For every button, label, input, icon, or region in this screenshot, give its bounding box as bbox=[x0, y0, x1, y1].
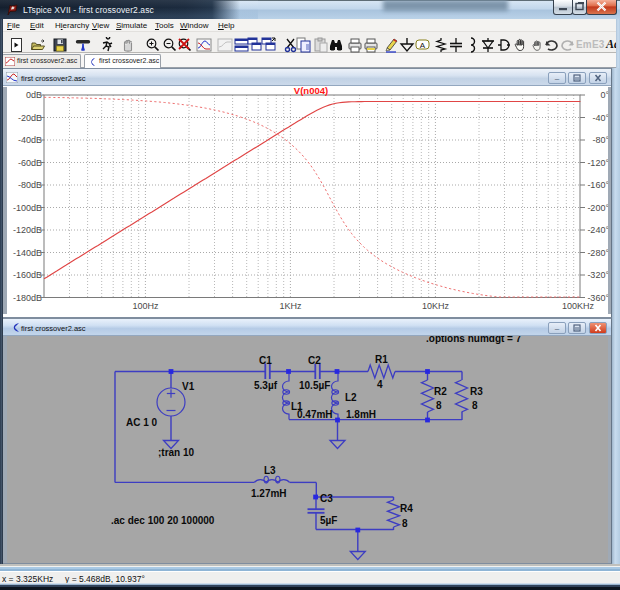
svg-text:8: 8 bbox=[472, 400, 478, 411]
svg-text:V1: V1 bbox=[182, 381, 195, 392]
svg-text:-280°: -280° bbox=[587, 248, 609, 258]
svg-text:-60dB: -60dB bbox=[18, 158, 42, 168]
svg-text:-40dB: -40dB bbox=[18, 135, 42, 145]
svg-text:C3: C3 bbox=[320, 493, 333, 504]
svg-text:-80°: -80° bbox=[592, 135, 609, 145]
svg-text:4: 4 bbox=[377, 379, 383, 390]
svg-text:A: A bbox=[420, 41, 426, 50]
svg-text:R1: R1 bbox=[375, 354, 388, 365]
svg-text:8: 8 bbox=[402, 518, 408, 529]
svg-text:-160dB: -160dB bbox=[13, 270, 42, 280]
svg-text:5µF: 5µF bbox=[320, 515, 337, 526]
svg-text:-240°: -240° bbox=[587, 225, 609, 235]
svg-text:1.8mH: 1.8mH bbox=[346, 409, 376, 420]
svg-text:-200°: -200° bbox=[587, 203, 609, 213]
svg-text:100KHz: 100KHz bbox=[562, 301, 595, 311]
svg-text:L3: L3 bbox=[264, 465, 276, 476]
svg-text:.options numdgt = 7: .options numdgt = 7 bbox=[426, 336, 522, 344]
svg-text:-120°: -120° bbox=[587, 158, 609, 168]
svg-text:10KHz: 10KHz bbox=[422, 301, 450, 311]
svg-text:-100dB: -100dB bbox=[13, 203, 42, 213]
svg-text:-140dB: -140dB bbox=[13, 248, 42, 258]
svg-text:;tran 10: ;tran 10 bbox=[158, 447, 195, 458]
svg-text:R2: R2 bbox=[434, 386, 447, 397]
svg-text:1.27mH: 1.27mH bbox=[251, 488, 287, 499]
svg-text:R4: R4 bbox=[400, 503, 413, 514]
svg-text:-20dB: -20dB bbox=[18, 113, 42, 123]
svg-text:C2: C2 bbox=[308, 355, 321, 366]
svg-text:8: 8 bbox=[436, 400, 442, 411]
svg-text:L2: L2 bbox=[345, 392, 357, 403]
svg-text:1KHz: 1KHz bbox=[279, 301, 302, 311]
svg-text:-80dB: -80dB bbox=[18, 180, 42, 190]
svg-text:10.5µF: 10.5µF bbox=[299, 380, 330, 391]
svg-text:0.47mH: 0.47mH bbox=[297, 409, 333, 420]
svg-text:V(n004): V(n004) bbox=[294, 86, 328, 96]
svg-text:C1: C1 bbox=[259, 355, 272, 366]
svg-text:.ac dec 100 20 100000: .ac dec 100 20 100000 bbox=[111, 515, 215, 526]
svg-text:-180dB: -180dB bbox=[13, 293, 42, 303]
svg-text:-40°: -40° bbox=[592, 113, 609, 123]
svg-text:5.3µf: 5.3µf bbox=[254, 380, 278, 391]
svg-text:100Hz: 100Hz bbox=[132, 301, 159, 311]
svg-text:-320°: -320° bbox=[587, 270, 609, 280]
svg-text:-160°: -160° bbox=[587, 180, 609, 190]
svg-text:-120dB: -120dB bbox=[13, 225, 42, 235]
svg-text:R3: R3 bbox=[470, 386, 483, 397]
svg-text:AC 1 0: AC 1 0 bbox=[126, 417, 158, 428]
